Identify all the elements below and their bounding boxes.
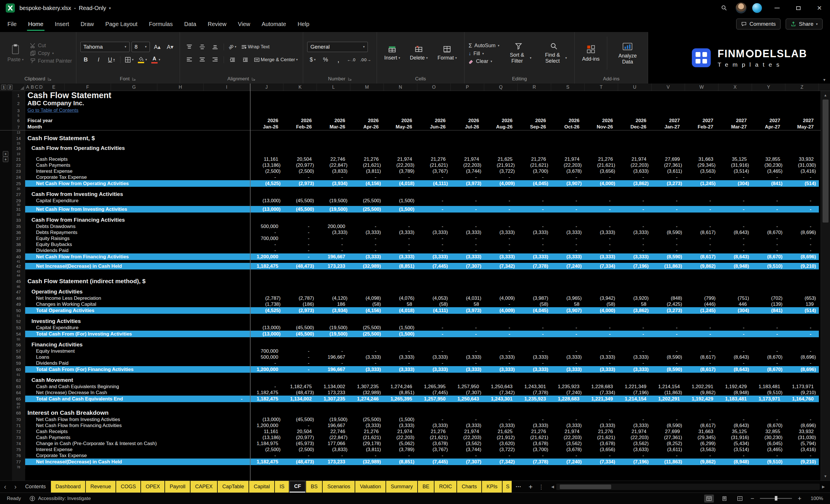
cell[interactable]: - xyxy=(618,348,651,354)
menu-formulas[interactable]: Formulas xyxy=(149,16,173,32)
cell[interactable]: 2026 xyxy=(417,117,451,124)
cell[interactable]: - xyxy=(651,247,685,253)
cell[interactable]: - xyxy=(618,198,651,204)
cell[interactable]: 21,276 xyxy=(417,429,451,435)
cell[interactable]: - xyxy=(752,360,786,366)
align-top-button[interactable] xyxy=(184,42,195,52)
cell[interactable]: - xyxy=(752,242,786,247)
cell-empty[interactable] xyxy=(25,260,250,263)
cell[interactable]: 35,125 xyxy=(719,429,752,435)
column-header-B[interactable]: B xyxy=(30,84,35,91)
cell[interactable]: - xyxy=(384,348,417,354)
cell[interactable]: (702) xyxy=(752,295,786,301)
cell[interactable]: - xyxy=(484,416,518,422)
cell[interactable]: (3,514) xyxy=(719,446,752,452)
cell[interactable]: - xyxy=(283,366,317,373)
cell[interactable]: (21,912) xyxy=(484,162,518,168)
cell[interactable]: 2026 xyxy=(283,117,317,124)
minimize-button[interactable] xyxy=(767,0,788,16)
cell[interactable]: (8,617) xyxy=(685,422,719,429)
cell[interactable]: - xyxy=(250,452,283,459)
column-header-V[interactable]: V xyxy=(651,84,685,91)
cell[interactable]: (4,045) xyxy=(518,307,551,314)
row-header-26[interactable]: 26 xyxy=(12,187,25,191)
cell[interactable]: (22,203) xyxy=(384,435,417,441)
cell[interactable]: - xyxy=(551,330,584,337)
new-sheet-button[interactable]: + xyxy=(525,481,536,493)
tabs-scroll-right-icon[interactable]: › xyxy=(10,481,21,493)
row-header-65[interactable]: 65 xyxy=(12,396,25,402)
cell-label[interactable]: Cash Flow from Operating Activities xyxy=(25,145,250,152)
cell[interactable]: (7,378) xyxy=(518,263,551,270)
column-header-U[interactable]: U xyxy=(618,84,651,91)
cell[interactable]: (7,445) xyxy=(417,459,451,465)
cell[interactable]: - xyxy=(551,206,584,213)
cell[interactable]: - xyxy=(417,360,451,366)
cell[interactable]: (11,863) xyxy=(651,389,685,396)
cell-empty[interactable] xyxy=(25,274,250,278)
cell[interactable]: (3,333) xyxy=(451,366,484,373)
horizontal-scrollbar[interactable]: ◀ ▶ xyxy=(549,482,827,491)
row-header-54[interactable]: 54 xyxy=(12,330,25,337)
cell[interactable]: 22,746 xyxy=(317,429,350,435)
cell[interactable]: (799) xyxy=(685,295,719,301)
column-header-G[interactable]: G xyxy=(111,84,157,91)
row-header-47[interactable]: 47 xyxy=(12,288,25,295)
cell[interactable]: - xyxy=(283,348,317,354)
menu-review[interactable]: Review xyxy=(208,16,226,32)
collapse-ribbon-icon[interactable]: ▾ xyxy=(823,77,825,83)
cell[interactable]: (4,009) xyxy=(484,295,518,301)
cell[interactable]: - xyxy=(719,325,752,330)
cell[interactable]: - xyxy=(752,452,786,459)
cell-empty[interactable] xyxy=(25,465,250,469)
cell[interactable]: - xyxy=(417,452,451,459)
cell[interactable]: (7,334) xyxy=(584,389,618,396)
cell[interactable]: - xyxy=(551,235,584,242)
cell[interactable]: 58 xyxy=(384,301,417,307)
cell[interactable]: (30,230) xyxy=(752,435,786,441)
dialog-launcher-icon[interactable] xyxy=(47,77,52,81)
cell[interactable]: - xyxy=(685,325,719,330)
cell[interactable]: - xyxy=(518,235,551,242)
cell[interactable]: (7,196) xyxy=(618,459,651,465)
cell[interactable]: (3,514) xyxy=(719,168,752,174)
sheet-tab-capital[interactable]: Capital xyxy=(249,481,274,493)
grow-font-button[interactable]: A▴ xyxy=(152,42,163,52)
row-header-22[interactable]: 22 xyxy=(12,162,25,168)
menu-page-layout[interactable]: Page Layout xyxy=(105,16,137,32)
cell[interactable]: (3,333) xyxy=(484,253,518,260)
cell[interactable]: 21,276 xyxy=(518,156,551,162)
cell[interactable]: Sep-26 xyxy=(518,124,551,130)
row-header-58[interactable]: 58 xyxy=(12,354,25,360)
cell-label[interactable]: Total Cash and Cash Equivalents End- xyxy=(25,396,250,402)
cell[interactable]: 2026 xyxy=(618,117,651,124)
cell[interactable]: (3,678) xyxy=(584,441,618,446)
cell[interactable]: (514) xyxy=(786,307,819,314)
cell[interactable]: (9,510) xyxy=(752,459,786,465)
cell[interactable]: (4,156) xyxy=(350,180,384,187)
cell[interactable]: - xyxy=(484,198,518,204)
cell[interactable]: (3,700) xyxy=(518,446,551,452)
cell[interactable]: - xyxy=(752,330,786,337)
cell[interactable]: 21,974 xyxy=(551,429,584,435)
column-header-E[interactable]: E xyxy=(43,84,65,91)
cell[interactable]: (21,621) xyxy=(584,162,618,168)
cell[interactable]: (31,916) xyxy=(719,162,752,168)
cell[interactable]: - xyxy=(719,330,752,337)
cell[interactable]: (3,862) xyxy=(618,307,651,314)
cell[interactable]: (3,563) xyxy=(685,168,719,174)
cell[interactable]: - xyxy=(518,223,551,229)
cell[interactable]: - xyxy=(518,348,551,354)
cell[interactable]: 27,699 xyxy=(651,156,685,162)
search-icon[interactable] xyxy=(717,0,732,16)
cell[interactable]: 1,257,950 xyxy=(451,384,484,389)
cell[interactable]: (8,851) xyxy=(384,263,417,270)
cell[interactable]: - xyxy=(484,452,518,459)
cell[interactable]: (3,700) xyxy=(518,168,551,174)
cell[interactable]: 2026 xyxy=(451,117,484,124)
cell[interactable]: (48,473) xyxy=(283,389,317,396)
row-header-53[interactable]: 53 xyxy=(12,325,25,330)
cell[interactable]: May-26 xyxy=(384,124,417,130)
cell[interactable]: (3,333) xyxy=(417,229,451,235)
title-chevron-icon[interactable]: ▾ xyxy=(109,6,111,10)
